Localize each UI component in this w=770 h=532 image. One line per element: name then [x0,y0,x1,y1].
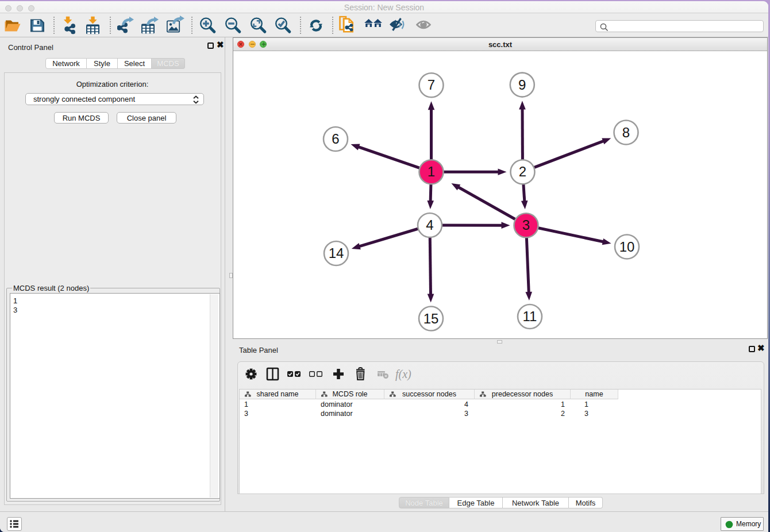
svg-text:2: 2 [519,164,526,179]
svg-text:8: 8 [622,125,630,140]
svg-text:14: 14 [329,245,344,261]
svg-text:7: 7 [428,77,435,92]
svg-text:6: 6 [332,131,339,147]
svg-text:1: 1 [428,164,435,179]
svg-text:9: 9 [518,77,526,92]
svg-text:10: 10 [619,239,635,255]
svg-text:3: 3 [522,217,530,233]
svg-text:4: 4 [426,217,433,233]
svg-text:15: 15 [424,311,439,326]
svg-text:f(x): f(x) [395,368,411,381]
svg-text:11: 11 [523,309,537,324]
